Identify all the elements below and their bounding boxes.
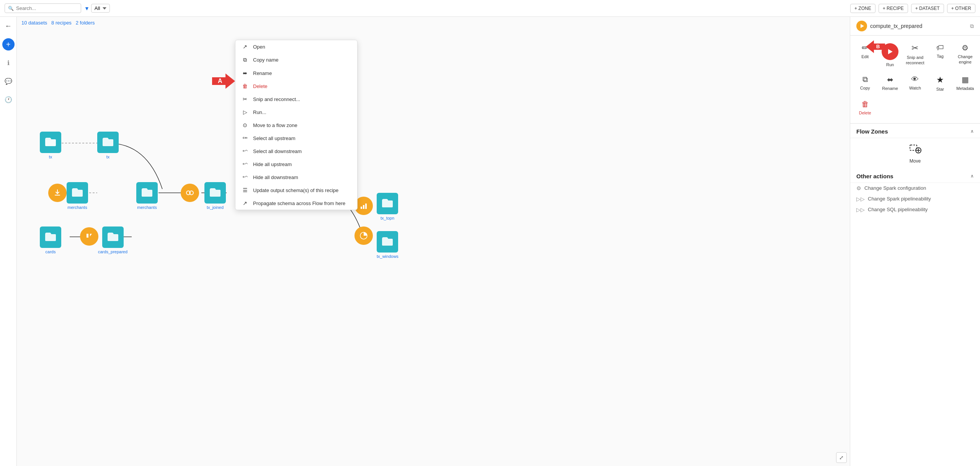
back-button[interactable]: ←: [2, 20, 15, 32]
merchants-left-box[interactable]: [67, 182, 88, 204]
select-downstream-icon: ⬿: [242, 148, 248, 154]
node-merchants-dl[interactable]: [48, 184, 67, 202]
comment-button[interactable]: 💬: [2, 75, 15, 87]
right-panel: compute_tx_prepared ⧉ ✏ Edit Run: [850, 17, 980, 466]
run-highlight: [882, 43, 898, 60]
recipe-button[interactable]: + RECIPE: [879, 4, 908, 13]
edit-icon: ✏: [862, 43, 868, 52]
other-actions-list: ⚙ Change Spark configuration ▷▷ Change S…: [850, 183, 980, 220]
sql-pipeline-icon: ▷▷: [856, 207, 865, 213]
search-box[interactable]: 🔍: [5, 3, 81, 13]
expand-button[interactable]: ⤢: [836, 452, 847, 463]
move-item[interactable]: Move: [850, 138, 980, 168]
info-button[interactable]: ℹ: [2, 57, 15, 69]
clean-circle[interactable]: [80, 227, 98, 246]
context-delete[interactable]: 🗑 Delete: [235, 80, 357, 93]
tx-topn-box[interactable]: [377, 193, 398, 214]
pie-recipe-circle[interactable]: [354, 226, 373, 245]
context-menu: ↗ Open ⧉ Copy name ⬌ Rename 🗑 Delete ✂ S…: [235, 40, 358, 210]
delete-icon: 🗑: [242, 83, 248, 89]
metadata-label: Metadata: [956, 86, 974, 91]
history-button[interactable]: 🕐: [2, 93, 15, 106]
star-icon: ★: [936, 75, 944, 85]
node-tx-joined[interactable]: tx_joined: [204, 182, 226, 210]
node-merchants-left[interactable]: merchants: [67, 182, 88, 210]
panel-title: compute_tx_prepared: [870, 23, 967, 29]
flow-zones-section: Flow Zones ∧: [850, 124, 980, 138]
node-tx-topn[interactable]: tx_topn: [377, 193, 398, 220]
cards-prepared-box[interactable]: [102, 226, 124, 248]
node-clean[interactable]: [80, 227, 98, 246]
tx-mid-box[interactable]: [97, 132, 119, 153]
search-input[interactable]: [16, 5, 70, 11]
tag-icon: 🏷: [936, 43, 944, 52]
action-copy[interactable]: ⧉ Copy: [853, 72, 877, 95]
tx-mid-label: tx: [106, 155, 110, 159]
merchants-dl-circle[interactable]: [48, 184, 67, 202]
merchants-left-label: merchants: [67, 205, 87, 210]
node-pie-recipe[interactable]: [354, 226, 373, 245]
context-open[interactable]: ↗ Open: [235, 40, 357, 53]
flow-zones-chevron[interactable]: ∧: [970, 129, 974, 134]
left-sidebar: ← + ℹ 💬 🕐: [0, 17, 17, 466]
context-hide-upstream[interactable]: ⬿ Hide all upstream: [235, 158, 357, 171]
context-select-downstream[interactable]: ⬿ Select all downstream: [235, 145, 357, 158]
context-copy-name[interactable]: ⧉ Copy name: [235, 53, 357, 67]
context-rename[interactable]: ⬌ Rename: [235, 67, 357, 80]
search-icon: 🔍: [8, 6, 14, 11]
tx-top-box[interactable]: [40, 132, 61, 153]
node-cards[interactable]: cards: [40, 226, 61, 254]
context-move-zone[interactable]: ⊙ Move to a flow zone: [235, 119, 357, 132]
action-change-engine[interactable]: ⚙ Change engine: [954, 40, 977, 70]
top-toolbar: 🔍 ▼ All + ZONE + RECIPE + DATASET + OTHE…: [0, 0, 980, 17]
context-run[interactable]: ▷ Run...: [235, 106, 357, 119]
context-hide-downstream[interactable]: ⬿ Hide all downstream: [235, 171, 357, 184]
context-snip[interactable]: ✂ Snip and reconnect...: [235, 93, 357, 106]
zone-button[interactable]: + ZONE: [850, 4, 875, 13]
other-button[interactable]: + OTHER: [947, 4, 975, 13]
snip-icon: ✂: [242, 96, 248, 102]
node-cards-prepared[interactable]: cards_prepared: [98, 226, 127, 254]
cards-box[interactable]: [40, 226, 61, 248]
add-button[interactable]: +: [2, 38, 15, 51]
action-snip[interactable]: ✂ Snip and reconnect: [903, 40, 927, 70]
flow-connections: [17, 17, 850, 466]
merchants-right-box[interactable]: [136, 182, 158, 204]
tx-windows-label: tx_windows: [377, 254, 399, 259]
node-tx-mid[interactable]: tx: [97, 132, 119, 159]
node-merchants-right[interactable]: merchants: [136, 182, 158, 210]
other-action-sql-pipeline[interactable]: ▷▷ Change SQL pipelineability: [856, 204, 974, 215]
node-tx-windows[interactable]: tx_windows: [377, 231, 399, 259]
other-actions-chevron[interactable]: ∧: [970, 173, 974, 179]
dataset-button[interactable]: + DATASET: [911, 4, 944, 13]
svg-rect-13: [365, 204, 367, 209]
action-run[interactable]: Run: [878, 40, 902, 70]
other-actions-section: Other actions ∧: [850, 168, 980, 183]
panel-title-icon: [856, 21, 867, 31]
panel-copy-icon[interactable]: ⧉: [970, 23, 974, 29]
star-label: Star: [936, 86, 944, 92]
panel-header: compute_tx_prepared ⧉: [850, 17, 980, 36]
action-delete[interactable]: 🗑 Delete: [853, 97, 877, 119]
action-star[interactable]: ★ Star: [928, 72, 952, 95]
action-metadata[interactable]: ▦ Metadata: [954, 72, 977, 95]
context-select-upstream[interactable]: ⬾ Select all upstream: [235, 132, 357, 145]
other-action-spark-pipeline[interactable]: ▷▷ Change Spark pipelineability: [856, 194, 974, 204]
node-join[interactable]: [181, 184, 199, 202]
tx-joined-box[interactable]: [204, 182, 226, 204]
tx-windows-box[interactable]: [377, 231, 398, 253]
action-tag[interactable]: 🏷 Tag: [928, 40, 952, 70]
join-circle[interactable]: [181, 184, 199, 202]
action-rename[interactable]: ⬌ Rename: [878, 72, 902, 95]
filter-icon: ▼: [84, 5, 90, 11]
rename-icon: ⬌: [242, 70, 248, 76]
node-tx-top[interactable]: tx: [40, 132, 61, 159]
context-propagate[interactable]: ↗ Propagate schema across Flow from here: [235, 197, 357, 210]
tag-label: Tag: [937, 54, 944, 59]
context-update-schema[interactable]: ☰ Update output schema(s) of this recipe: [235, 184, 357, 197]
action-edit[interactable]: ✏ Edit: [853, 40, 877, 70]
action-watch[interactable]: 👁 Watch: [903, 72, 927, 95]
filter-select[interactable]: All: [91, 4, 110, 13]
copy-panel-label: Copy: [860, 85, 870, 91]
other-action-spark-config[interactable]: ⚙ Change Spark configuration: [856, 183, 974, 194]
